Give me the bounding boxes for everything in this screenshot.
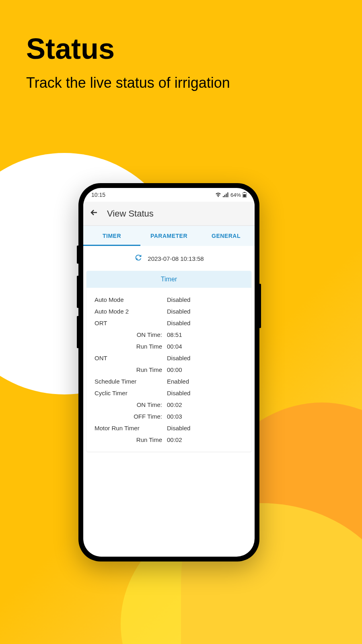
svg-rect-1 [224, 195, 225, 197]
data-label: Auto Mode [95, 296, 167, 303]
tab-timer[interactable]: TIMER [83, 226, 140, 246]
tab-bar: TIMER PARAMETER GENERAL [83, 226, 255, 246]
refresh-icon[interactable] [134, 253, 143, 264]
data-label: ORT [95, 320, 167, 326]
data-value: Disabled [167, 308, 243, 315]
app-header-title: View Status [107, 208, 154, 219]
phone-button [259, 284, 261, 328]
data-row: Run Time00:02 [95, 434, 243, 446]
data-value: 08:51 [167, 331, 243, 338]
data-row: Auto Mode 2Disabled [95, 305, 243, 317]
timestamp-value: 2023-07-08 10:13:58 [148, 255, 204, 262]
data-label: Motor Run Timer [95, 425, 167, 431]
data-row: ON Time:00:02 [95, 399, 243, 411]
svg-rect-0 [223, 196, 224, 197]
data-row: ORTDisabled [95, 317, 243, 329]
data-table: Auto ModeDisabledAuto Mode 2DisabledORTD… [86, 288, 251, 452]
data-row: ON Time:08:51 [95, 329, 243, 341]
status-indicators: 64% [215, 192, 247, 198]
data-label: ON Time: [95, 401, 167, 408]
status-time: 10:15 [91, 192, 105, 198]
phone-button [77, 246, 78, 264]
svg-rect-6 [243, 194, 246, 197]
svg-rect-3 [227, 192, 228, 197]
data-value: 00:03 [167, 413, 243, 420]
data-row: Motor Run TimerDisabled [95, 422, 243, 434]
data-label: ONT [95, 355, 167, 361]
battery-text: 64% [230, 192, 241, 198]
data-label: Schedule Timer [95, 378, 167, 385]
phone-button [77, 316, 78, 348]
data-value: Disabled [167, 320, 243, 326]
svg-rect-2 [226, 194, 226, 197]
timer-card: Timer Auto ModeDisabledAuto Mode 2Disabl… [86, 271, 251, 452]
data-label: Run Time [95, 436, 167, 443]
status-bar: 10:15 64% [83, 188, 255, 202]
data-row: Run Time00:04 [95, 341, 243, 352]
data-value: Disabled [167, 296, 243, 303]
phone-button [77, 276, 78, 308]
data-label: ON Time: [95, 331, 167, 338]
data-label: Cyclic Timer [95, 390, 167, 396]
data-value: Disabled [167, 355, 243, 361]
data-label: Run Time [95, 343, 167, 350]
data-row: OFF Time:00:03 [95, 411, 243, 422]
battery-icon [243, 192, 247, 198]
data-row: Run Time00:00 [95, 364, 243, 376]
data-value: Enabled [167, 378, 243, 385]
card-header: Timer [86, 271, 251, 288]
data-label: Run Time [95, 366, 167, 373]
phone-screen: 10:15 64% View Status TIMER PARAMETER GE… [83, 188, 255, 557]
data-value: Disabled [167, 425, 243, 431]
data-value: 00:02 [167, 436, 243, 443]
page-title: Status [26, 32, 115, 65]
timestamp-row: 2023-07-08 10:13:58 [86, 253, 251, 264]
tab-parameter[interactable]: PARAMETER [140, 226, 197, 246]
data-value: 00:02 [167, 401, 243, 408]
data-value: 00:04 [167, 343, 243, 350]
data-label: Auto Mode 2 [95, 308, 167, 315]
back-arrow-icon[interactable] [89, 208, 99, 220]
data-label: OFF Time: [95, 413, 167, 420]
phone-frame: 10:15 64% View Status TIMER PARAMETER GE… [78, 183, 259, 561]
wifi-icon [215, 192, 221, 197]
content-area: 2023-07-08 10:13:58 Timer Auto ModeDisab… [83, 246, 255, 459]
signal-icon [223, 192, 229, 197]
data-value: Disabled [167, 390, 243, 396]
svg-rect-5 [244, 192, 246, 193]
data-row: Cyclic TimerDisabled [95, 387, 243, 399]
tab-general[interactable]: GENERAL [197, 226, 255, 246]
data-value: 00:00 [167, 366, 243, 373]
svg-point-7 [136, 258, 138, 260]
page-subtitle: Track the live status of irrigation [26, 74, 230, 91]
data-row: Schedule TimerEnabled [95, 376, 243, 387]
data-row: ONTDisabled [95, 352, 243, 364]
data-row: Auto ModeDisabled [95, 294, 243, 305]
app-header: View Status [83, 202, 255, 226]
